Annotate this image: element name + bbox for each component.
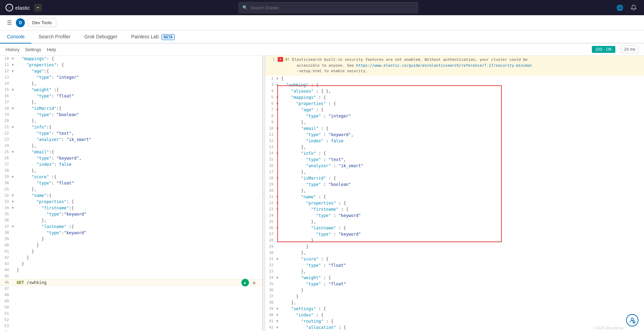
- table-row: 17 },: [265, 169, 644, 175]
- table-row: 27 "index": false: [0, 161, 262, 168]
- app-icon-button[interactable]: ▪▪: [34, 4, 42, 11]
- help-button[interactable]: Help: [47, 47, 56, 52]
- devtools-label-button[interactable]: Dev Tools: [28, 18, 56, 27]
- left-panel: 10 ▼ "mappings": { 11 ▼ "properties": { …: [0, 56, 262, 331]
- elastic-logo[interactable]: ○ elastic: [6, 4, 30, 11]
- tab-painless-lab[interactable]: Painless Lab BETA: [124, 30, 182, 44]
- table-row: 34 ▼ "firstname":{: [0, 205, 262, 211]
- table-row: 30 "type": "float": [0, 180, 262, 186]
- devtools-bar: ☰ D Dev Tools: [0, 15, 644, 30]
- table-row: 36 },: [0, 217, 262, 224]
- table-row: 17 },: [0, 99, 262, 105]
- table-row: 39 }: [0, 236, 262, 242]
- table-row: 19 "type" : "boolean": [265, 181, 644, 188]
- table-row: 16 "type": "float": [0, 93, 262, 99]
- search-input[interactable]: [250, 5, 414, 10]
- table-row: 25 },: [265, 219, 644, 225]
- table-row: 35 "type":"keyword": [0, 211, 262, 217]
- warning-text: #! Elasticsearch built-in security featu…: [285, 57, 532, 74]
- table-row: 4 "aliases" : { },: [265, 88, 644, 94]
- table-row: 22 ▼ "properties" : {: [265, 200, 644, 206]
- table-row: 33 },: [265, 268, 644, 275]
- history-button[interactable]: History: [6, 47, 19, 52]
- editor-code-area[interactable]: 10 ▼ "mappings": { 11 ▼ "properties": { …: [0, 56, 262, 331]
- table-row: 13 "type": "integer": [0, 74, 262, 80]
- search-bar-container: 🔍: [46, 2, 611, 13]
- wrench-button[interactable]: ⚙: [250, 279, 258, 286]
- close-warning-button[interactable]: ✕: [278, 57, 283, 62]
- table-row: 15 "type" : "text",: [265, 156, 644, 163]
- table-row: 22 "type": "text",: [0, 130, 262, 136]
- right-panel: 1 ✕ #! Elasticsearch built-in security f…: [265, 56, 644, 331]
- secondary-bar: History Settings Help 200 - OK 24 ms: [0, 44, 644, 56]
- table-row: 34 ▼ "weight" : {: [265, 275, 644, 281]
- table-row: 37 }: [265, 293, 644, 300]
- elastic-logo-icon: ○: [6, 4, 13, 11]
- table-row: 38 },: [265, 300, 644, 306]
- search-bar[interactable]: 🔍: [239, 2, 418, 13]
- table-row: 48: [0, 292, 262, 298]
- table-row: 40 }: [0, 242, 262, 248]
- top-bar: ○ elastic ▪▪ 🔍 🌐: [0, 0, 644, 15]
- table-row: 20 },: [0, 118, 262, 124]
- table-row: 29 }: [265, 244, 644, 250]
- table-row: 23 ▼ "firstname" : {: [265, 206, 644, 212]
- table-row: 13 },: [265, 144, 644, 150]
- table-row: 8 "type" : "integer": [265, 113, 644, 119]
- table-row: 16 "analyzer" : "ik_smart": [265, 163, 644, 169]
- table-row: 28 }: [265, 237, 644, 244]
- table-row: 37 ▼ "lastname" :{: [0, 224, 262, 230]
- top-bar-right: 🌐: [615, 3, 638, 12]
- action-buttons: ▶ ⚙: [241, 279, 261, 286]
- table-row: 36 }: [265, 287, 644, 293]
- tab-search-profiler[interactable]: Search Profiler: [31, 30, 77, 44]
- table-row: 15 ▼ "weight" :{: [0, 87, 262, 93]
- table-row: 44 }: [0, 267, 262, 273]
- table-row: 54: [0, 329, 262, 331]
- table-row: 10 ▼ "mappings": {: [0, 56, 262, 62]
- tab-console[interactable]: Console: [0, 30, 31, 44]
- table-row: 18 ▼ "isMarrid":{: [0, 105, 262, 112]
- table-row: 39 ▼ "settings" : {: [265, 306, 644, 312]
- table-row: 24 "type" : "keyword": [265, 212, 644, 219]
- hamburger-button[interactable]: ☰: [6, 18, 13, 27]
- tab-grok-debugger[interactable]: Grok Debugger: [77, 30, 124, 44]
- svg-point-0: [631, 318, 634, 320]
- resize-handle[interactable]: ⋮: [262, 56, 265, 331]
- table-row: 26 ▼ "lastname" : {: [265, 225, 644, 231]
- table-row: 41 }: [0, 248, 262, 255]
- table-row: 12 ▼ "age":{: [0, 68, 262, 74]
- chat-avatar-button[interactable]: ◉: [626, 314, 638, 326]
- search-icon: 🔍: [242, 5, 248, 10]
- play-button[interactable]: ▶: [241, 279, 249, 286]
- table-row: 33 ▼ "properties": {: [0, 199, 262, 205]
- main-content: 10 ▼ "mappings": { 11 ▼ "properties": { …: [0, 56, 644, 331]
- table-row: 31 ▼ "score" : {: [265, 256, 644, 262]
- table-row: 21 ▼ "info":{: [0, 124, 262, 130]
- table-row: 38 "type":"keyword": [0, 230, 262, 236]
- bell-icon[interactable]: [629, 3, 638, 12]
- table-row: 52: [0, 317, 262, 323]
- table-row: 10 ▼ "email" : {: [265, 125, 644, 132]
- user-badge: D: [16, 18, 25, 27]
- table-row: 50: [0, 304, 262, 311]
- table-row: 47: [0, 286, 262, 292]
- settings-button[interactable]: Settings: [25, 47, 41, 52]
- table-row: 32 ▼ "name":{: [0, 192, 262, 199]
- table-row: 25 ▼ "email":{: [0, 149, 262, 155]
- ms-badge: 24 ms: [621, 46, 638, 53]
- table-row: 18 ▼ "isMarrid" : {: [265, 175, 644, 181]
- table-row: 2 ▼ {: [265, 76, 644, 82]
- table-row: 23 "analyzer": "ik_smart": [0, 136, 262, 143]
- globe-icon[interactable]: 🌐: [615, 3, 625, 12]
- elastic-logo-text: elastic: [15, 5, 30, 11]
- watermark: CSDN @xwhking: [594, 326, 623, 330]
- table-row: 30 },: [265, 250, 644, 256]
- table-row: 41 ▼ "routing" : {: [265, 318, 644, 324]
- table-row: 32 "type" : "float": [265, 262, 644, 268]
- output-area[interactable]: 1 ✕ #! Elasticsearch built-in security f…: [265, 56, 644, 331]
- table-row: 43 }: [0, 261, 262, 267]
- beta-badge: BETA: [162, 34, 175, 40]
- table-row: 49: [0, 298, 262, 304]
- table-row: 42 ▼ "allocation" : {: [265, 324, 644, 331]
